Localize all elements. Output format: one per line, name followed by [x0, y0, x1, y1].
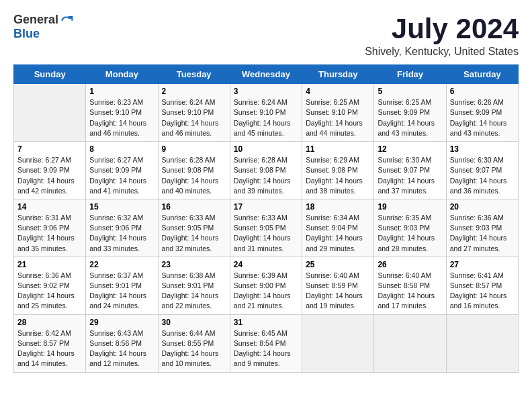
logo-icon	[60, 13, 73, 27]
logo: General Blue	[13, 13, 73, 41]
day-cell: 30Sunrise: 6:44 AM Sunset: 8:55 PM Dayli…	[158, 314, 230, 372]
day-detail: Sunrise: 6:40 AM Sunset: 8:59 PM Dayligh…	[306, 271, 363, 310]
day-number: 12	[378, 144, 442, 154]
day-number: 24	[234, 260, 298, 269]
day-number: 29	[89, 318, 154, 327]
day-cell: 21Sunrise: 6:36 AM Sunset: 9:02 PM Dayli…	[14, 257, 86, 314]
day-number: 15	[89, 202, 154, 212]
day-detail: Sunrise: 6:38 AM Sunset: 9:01 PM Dayligh…	[162, 271, 219, 310]
location-title: Shively, Kentucky, United States	[365, 46, 519, 58]
day-cell: 1Sunrise: 6:23 AM Sunset: 9:10 PM Daylig…	[86, 84, 158, 142]
day-number: 30	[162, 318, 226, 327]
day-number: 2	[162, 87, 226, 96]
day-number: 9	[162, 144, 226, 154]
header-cell-monday: Monday	[86, 65, 158, 84]
week-row-5: 28Sunrise: 6:42 AM Sunset: 8:57 PM Dayli…	[14, 314, 519, 372]
day-cell: 6Sunrise: 6:26 AM Sunset: 9:09 PM Daylig…	[446, 84, 518, 142]
day-number: 21	[17, 260, 82, 269]
day-cell: 23Sunrise: 6:38 AM Sunset: 9:01 PM Dayli…	[158, 257, 230, 314]
day-cell: 24Sunrise: 6:39 AM Sunset: 9:00 PM Dayli…	[230, 257, 302, 314]
day-detail: Sunrise: 6:33 AM Sunset: 9:05 PM Dayligh…	[234, 214, 291, 253]
day-detail: Sunrise: 6:26 AM Sunset: 9:09 PM Dayligh…	[450, 98, 507, 137]
day-cell: 14Sunrise: 6:31 AM Sunset: 9:06 PM Dayli…	[14, 199, 86, 257]
day-detail: Sunrise: 6:24 AM Sunset: 9:10 PM Dayligh…	[162, 98, 219, 137]
day-number: 28	[17, 318, 82, 327]
day-cell: 31Sunrise: 6:45 AM Sunset: 8:54 PM Dayli…	[230, 314, 302, 372]
day-detail: Sunrise: 6:36 AM Sunset: 9:03 PM Dayligh…	[450, 214, 507, 253]
day-detail: Sunrise: 6:35 AM Sunset: 9:03 PM Dayligh…	[378, 214, 435, 253]
day-number: 23	[162, 260, 226, 269]
day-detail: Sunrise: 6:23 AM Sunset: 9:10 PM Dayligh…	[89, 98, 146, 137]
day-cell: 27Sunrise: 6:41 AM Sunset: 8:57 PM Dayli…	[446, 257, 518, 314]
header-cell-thursday: Thursday	[302, 65, 374, 84]
day-detail: Sunrise: 6:24 AM Sunset: 9:10 PM Dayligh…	[234, 98, 291, 137]
header-cell-sunday: Sunday	[14, 65, 86, 84]
day-detail: Sunrise: 6:41 AM Sunset: 8:57 PM Dayligh…	[450, 271, 507, 310]
calendar-table: SundayMondayTuesdayWednesdayThursdayFrid…	[13, 64, 519, 372]
day-cell: 2Sunrise: 6:24 AM Sunset: 9:10 PM Daylig…	[158, 84, 230, 142]
day-number: 7	[17, 144, 82, 154]
day-cell: 3Sunrise: 6:24 AM Sunset: 9:10 PM Daylig…	[230, 84, 302, 142]
day-number: 27	[450, 260, 515, 269]
day-detail: Sunrise: 6:30 AM Sunset: 9:07 PM Dayligh…	[450, 156, 507, 195]
day-number: 10	[234, 144, 298, 154]
day-detail: Sunrise: 6:34 AM Sunset: 9:04 PM Dayligh…	[306, 214, 363, 253]
day-detail: Sunrise: 6:27 AM Sunset: 9:09 PM Dayligh…	[89, 156, 146, 195]
title-area: July 2024 Shively, Kentucky, United Stat…	[365, 13, 519, 58]
day-detail: Sunrise: 6:32 AM Sunset: 9:06 PM Dayligh…	[89, 214, 146, 253]
day-detail: Sunrise: 6:40 AM Sunset: 8:58 PM Dayligh…	[378, 271, 435, 310]
day-detail: Sunrise: 6:45 AM Sunset: 8:54 PM Dayligh…	[234, 329, 291, 368]
day-detail: Sunrise: 6:29 AM Sunset: 9:08 PM Dayligh…	[306, 156, 363, 195]
day-cell: 16Sunrise: 6:33 AM Sunset: 9:05 PM Dayli…	[158, 199, 230, 257]
day-number: 16	[162, 202, 226, 212]
day-cell: 13Sunrise: 6:30 AM Sunset: 9:07 PM Dayli…	[446, 142, 518, 199]
day-number: 4	[306, 87, 370, 96]
day-number: 25	[306, 260, 370, 269]
header-cell-saturday: Saturday	[446, 65, 518, 84]
day-cell	[374, 314, 446, 372]
day-detail: Sunrise: 6:27 AM Sunset: 9:09 PM Dayligh…	[17, 156, 75, 195]
calendar-header: SundayMondayTuesdayWednesdayThursdayFrid…	[14, 65, 519, 84]
day-cell: 4Sunrise: 6:25 AM Sunset: 9:10 PM Daylig…	[302, 84, 374, 142]
day-cell: 10Sunrise: 6:28 AM Sunset: 9:08 PM Dayli…	[230, 142, 302, 199]
day-cell: 17Sunrise: 6:33 AM Sunset: 9:05 PM Dayli…	[230, 199, 302, 257]
month-title: July 2024	[365, 13, 519, 44]
day-detail: Sunrise: 6:31 AM Sunset: 9:06 PM Dayligh…	[17, 214, 75, 253]
day-number: 8	[89, 144, 154, 154]
day-cell: 7Sunrise: 6:27 AM Sunset: 9:09 PM Daylig…	[14, 142, 86, 199]
day-cell: 11Sunrise: 6:29 AM Sunset: 9:08 PM Dayli…	[302, 142, 374, 199]
day-cell	[14, 84, 86, 142]
day-number: 11	[306, 144, 370, 154]
day-number: 14	[17, 202, 82, 212]
day-number: 26	[378, 260, 442, 269]
day-number: 6	[450, 87, 515, 96]
day-cell: 18Sunrise: 6:34 AM Sunset: 9:04 PM Dayli…	[302, 199, 374, 257]
logo-blue: Blue	[13, 27, 73, 41]
header-row: SundayMondayTuesdayWednesdayThursdayFrid…	[14, 65, 519, 84]
day-cell: 5Sunrise: 6:25 AM Sunset: 9:09 PM Daylig…	[374, 84, 446, 142]
day-number: 31	[234, 318, 298, 327]
day-number: 5	[378, 87, 442, 96]
day-number: 19	[378, 202, 442, 212]
day-cell: 19Sunrise: 6:35 AM Sunset: 9:03 PM Dayli…	[374, 199, 446, 257]
day-detail: Sunrise: 6:44 AM Sunset: 8:55 PM Dayligh…	[162, 329, 219, 368]
week-row-2: 7Sunrise: 6:27 AM Sunset: 9:09 PM Daylig…	[14, 142, 519, 199]
day-detail: Sunrise: 6:30 AM Sunset: 9:07 PM Dayligh…	[378, 156, 435, 195]
day-detail: Sunrise: 6:39 AM Sunset: 9:00 PM Dayligh…	[234, 271, 291, 310]
page-header: General Blue July 2024 Shively, Kentucky…	[13, 13, 519, 58]
header-cell-wednesday: Wednesday	[230, 65, 302, 84]
day-number: 22	[89, 260, 154, 269]
header-cell-friday: Friday	[374, 65, 446, 84]
calendar-body: 1Sunrise: 6:23 AM Sunset: 9:10 PM Daylig…	[14, 84, 519, 372]
day-number: 20	[450, 202, 515, 212]
day-detail: Sunrise: 6:36 AM Sunset: 9:02 PM Dayligh…	[17, 271, 75, 310]
week-row-3: 14Sunrise: 6:31 AM Sunset: 9:06 PM Dayli…	[14, 199, 519, 257]
header-cell-tuesday: Tuesday	[158, 65, 230, 84]
day-detail: Sunrise: 6:28 AM Sunset: 9:08 PM Dayligh…	[234, 156, 291, 195]
day-detail: Sunrise: 6:28 AM Sunset: 9:08 PM Dayligh…	[162, 156, 219, 195]
day-number: 18	[306, 202, 370, 212]
day-cell: 15Sunrise: 6:32 AM Sunset: 9:06 PM Dayli…	[86, 199, 158, 257]
day-cell: 8Sunrise: 6:27 AM Sunset: 9:09 PM Daylig…	[86, 142, 158, 199]
day-detail: Sunrise: 6:25 AM Sunset: 9:09 PM Dayligh…	[378, 98, 435, 137]
week-row-1: 1Sunrise: 6:23 AM Sunset: 9:10 PM Daylig…	[14, 84, 519, 142]
